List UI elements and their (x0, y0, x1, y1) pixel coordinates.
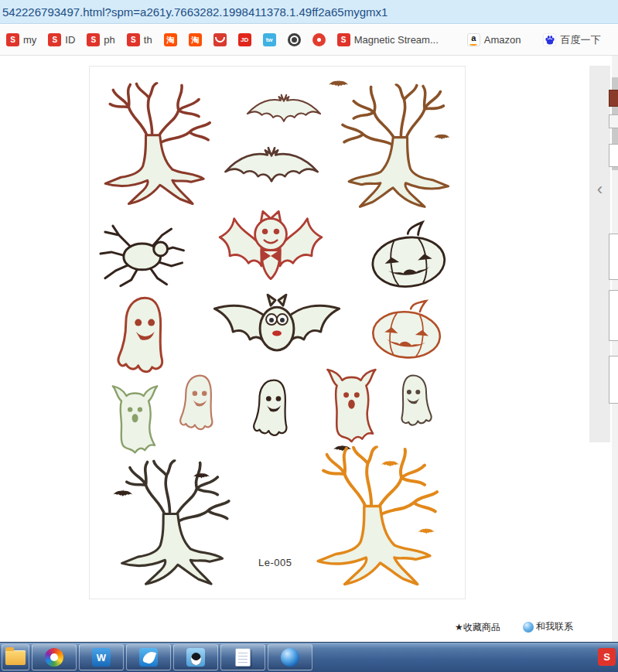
red-s-icon: S (87, 33, 100, 46)
taskbar-feather-app-button[interactable] (126, 644, 171, 670)
cartoon-bat-red (220, 211, 322, 278)
spooky-tree-brown (343, 84, 449, 206)
ghost-pink (180, 376, 212, 429)
edge-toolbar-button[interactable] (609, 356, 618, 404)
bookmark-red-circle-app[interactable] (312, 33, 326, 46)
bookmark-my[interactable]: S my (6, 33, 36, 46)
jack-o-lantern-dark (369, 220, 447, 290)
red-circle-app-icon (312, 33, 326, 46)
ghost-red (118, 298, 162, 371)
sku-label: Le-005 (258, 557, 292, 568)
tray-red-s-icon[interactable]: S (598, 648, 616, 666)
taobao-icon: 淘 (189, 33, 202, 46)
bookmark-ph[interactable]: S ph (87, 33, 114, 46)
red-s-icon: S (127, 33, 140, 46)
bookmark-taobao-1[interactable]: 淘 (164, 33, 177, 46)
spooky-tree-orange (318, 447, 437, 585)
taskbar-browser-button[interactable] (32, 644, 77, 670)
colorful-browser-icon (45, 648, 63, 667)
bookmark-label: Magnetic Stream... (354, 34, 439, 46)
bookmark-jd[interactable]: JD (238, 33, 251, 46)
taskbar-wps-button[interactable]: W (79, 644, 124, 670)
edge-toolbar-button[interactable] (609, 234, 618, 280)
bookmark-blue-app[interactable]: tw (263, 33, 276, 46)
bookmark-label: ph (104, 34, 114, 46)
right-side-panel: ‹ (589, 66, 610, 442)
blue-globe-icon (281, 648, 299, 667)
page-url: 542226793497.html?spm=a261y.7663282.1998… (0, 5, 388, 19)
bookmark-th[interactable]: S th (127, 33, 152, 46)
tiny-bat (329, 80, 348, 87)
product-image[interactable]: Le-005 (89, 66, 466, 599)
explorer-folder-icon (5, 650, 26, 665)
amazon-icon: a (467, 33, 480, 46)
contact-label: 和我联系 (536, 620, 573, 633)
amazon-a-glyph: a (471, 35, 476, 42)
bookmark-label: ID (65, 34, 75, 46)
edge-toolbar-button[interactable] (609, 114, 618, 128)
tiny-bat (434, 134, 450, 140)
taskbar-notepad-button[interactable] (220, 644, 265, 670)
favorite-item-link[interactable]: ★收藏商品 (455, 621, 500, 634)
bookmarks-bar: S my S ID S ph S th 淘 淘 JD tw (0, 25, 618, 56)
dark-circle-app-icon (288, 33, 301, 46)
taskbar-blue-globe-button[interactable] (268, 644, 312, 670)
jd-icon: JD (238, 33, 251, 46)
spider (101, 226, 184, 286)
jack-o-lantern-orange (371, 296, 443, 360)
bookmark-taobao-2[interactable]: 淘 (189, 33, 202, 46)
taskbar: W S (0, 642, 618, 672)
bookmark-label: Amazon (484, 34, 521, 46)
tiny-bat (418, 528, 435, 534)
taskbar-explorer-button[interactable] (2, 644, 29, 670)
amazon-smile-icon (469, 42, 477, 46)
bookmark-baidu[interactable]: 百度一下 (543, 33, 600, 47)
wps-icon: W (92, 648, 111, 667)
tiny-bat (113, 490, 132, 496)
red-s-icon: S (337, 33, 350, 46)
taskbar-qq-button[interactable] (173, 644, 218, 670)
blue-app-icon: tw (263, 33, 276, 46)
footer-links: ★收藏商品 和我联系 (0, 621, 618, 636)
bookmark-id[interactable]: S ID (48, 33, 75, 46)
bookmark-amazon[interactable]: a Amazon (467, 33, 521, 46)
contact-me-link[interactable]: 和我联系 (523, 620, 573, 633)
edge-toolbar-button[interactable] (609, 290, 618, 341)
bookmark-red-app[interactable] (213, 33, 227, 46)
bat-outline-top (248, 95, 320, 121)
bookmark-label: my (23, 34, 36, 46)
baidu-paw-icon (543, 33, 556, 46)
notepad-icon (235, 648, 251, 667)
edge-toolbar-button-red[interactable] (609, 90, 618, 107)
taobao-icon: 淘 (164, 33, 177, 46)
spooky-tree-dark (122, 460, 229, 584)
red-square-app-icon (213, 33, 227, 46)
feather-app-icon (139, 648, 158, 667)
browser-window: 542226793497.html?spm=a261y.7663282.1998… (0, 0, 618, 672)
tiny-bat (333, 445, 351, 451)
bookmark-label: 百度一下 (560, 33, 600, 47)
red-s-icon: S (48, 33, 61, 46)
ghost-thin-outline (401, 375, 431, 425)
edge-toolbar-button[interactable] (609, 144, 618, 167)
qq-penguin-icon (186, 648, 205, 667)
bookmark-dark-app[interactable] (288, 33, 301, 46)
contact-qq-icon (523, 622, 534, 633)
bookmark-magnetic-stream[interactable]: S Magnetic Stream... (337, 33, 439, 46)
flying-bat-face (214, 295, 339, 350)
ghost-arms-red (327, 370, 375, 442)
bookmark-label: th (144, 34, 152, 46)
ghost-arms-green (113, 386, 157, 452)
address-bar[interactable]: 542226793497.html?spm=a261y.7663282.1998… (0, 0, 618, 24)
halloween-sticker-art (90, 67, 465, 599)
spooky-tree-dark-red (105, 83, 210, 203)
red-s-icon: S (6, 33, 19, 46)
carousel-prev-chevron[interactable]: ‹ (596, 182, 605, 197)
bat-outline-middle (225, 148, 317, 181)
tiny-bat (381, 460, 399, 466)
page-content: Le-005 ‹ ★收藏商品 和我联系 (0, 56, 618, 642)
ghost-dark-smile (254, 380, 286, 435)
